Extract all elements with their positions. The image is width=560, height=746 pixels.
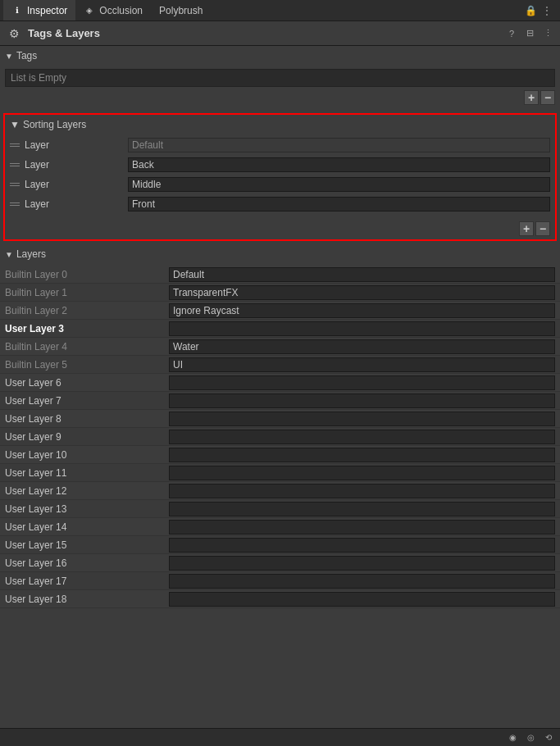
layer-row-15: User Layer 15 <box>0 536 560 554</box>
layer-row-7: User Layer 7 <box>0 392 560 410</box>
layers-content: Builtin Layer 0DefaultBuiltin Layer 1Tra… <box>0 264 560 610</box>
sorting-layers-arrow-icon: ▼ <box>10 119 20 130</box>
layer-value-15[interactable] <box>169 538 555 553</box>
sorting-layer-label-1: Layer <box>25 159 123 171</box>
header-icons: ? ⊟ ⋮ <box>504 26 555 41</box>
layer-value-8[interactable] <box>169 412 555 426</box>
layer-name-5: Builtin Layer 5 <box>5 359 169 371</box>
layer-value-17[interactable] <box>169 574 555 589</box>
layer-row-10: User Layer 10 <box>0 446 560 464</box>
tab-bar-right: 🔒 ⋮ <box>524 4 557 17</box>
sorting-layer-row-3: Layer <box>10 195 550 213</box>
gear-icon: ⚙ <box>5 25 23 43</box>
layer-name-17: User Layer 17 <box>5 575 169 587</box>
layer-name-7: User Layer 7 <box>5 395 169 407</box>
layer-name-0: Builtin Layer 0 <box>5 269 169 280</box>
layer-value-12[interactable] <box>169 484 555 498</box>
sorting-layer-input-1[interactable] <box>128 157 550 172</box>
layer-value-0: Default <box>169 267 555 282</box>
drag-handle-3[interactable] <box>10 202 20 206</box>
bottom-icon-3[interactable]: ⟲ <box>542 731 555 744</box>
layer-value-16[interactable] <box>169 556 555 571</box>
layer-value-11[interactable] <box>169 466 555 480</box>
layer-row-5: Builtin Layer 5UI <box>0 356 560 374</box>
tab-bar: ℹ Inspector ◈ Occlusion Polybrush 🔒 ⋮ <box>0 0 560 21</box>
tags-section-header[interactable]: ▼ Tags <box>0 46 560 66</box>
sorting-layers-header[interactable]: ▼ Sorting Layers <box>5 115 555 134</box>
layer-value-14[interactable] <box>169 520 555 534</box>
layer-value-9[interactable] <box>169 430 555 444</box>
tags-add-button[interactable]: + <box>524 90 539 105</box>
tab-inspector[interactable]: ℹ Inspector <box>3 0 75 20</box>
sorting-layer-value-0: Default <box>128 138 550 152</box>
layer-value-10[interactable] <box>169 448 555 462</box>
occlusion-icon: ◈ <box>84 5 95 16</box>
drag-handle-0[interactable] <box>10 143 20 147</box>
layer-name-9: User Layer 9 <box>5 431 169 443</box>
layer-row-6: User Layer 6 <box>0 374 560 392</box>
layer-value-1: TransparentFX <box>169 285 555 300</box>
layer-name-1: Builtin Layer 1 <box>5 287 169 298</box>
layer-row-13: User Layer 13 <box>0 500 560 518</box>
layer-row-14: User Layer 14 <box>0 518 560 536</box>
tags-content: List is Empty + − <box>0 66 560 110</box>
sorting-layers-add-button[interactable]: + <box>519 221 534 236</box>
tags-remove-button[interactable]: − <box>540 90 555 105</box>
layers-section-label: Layers <box>16 248 46 260</box>
tab-menu-icon[interactable]: ⋮ <box>540 4 553 17</box>
layer-row-11: User Layer 11 <box>0 464 560 482</box>
bottom-icon-1[interactable]: ◉ <box>506 731 519 744</box>
tab-polybrush-label: Polybrush <box>159 5 203 16</box>
layer-name-16: User Layer 16 <box>5 557 169 569</box>
layer-value-2: Ignore Raycast <box>169 303 555 318</box>
sorting-layers-label: Sorting Layers <box>23 119 86 130</box>
layer-row-4: Builtin Layer 4Water <box>0 338 560 356</box>
layer-name-18: User Layer 18 <box>5 594 169 605</box>
sorting-layers-container: ▼ Sorting Layers Layer Default Layer <box>3 113 557 241</box>
tab-occlusion[interactable]: ◈ Occlusion <box>75 0 151 20</box>
layout-icon[interactable]: ⊟ <box>522 26 537 41</box>
sorting-layer-label-3: Layer <box>25 198 123 210</box>
panel-menu-icon[interactable]: ⋮ <box>540 26 555 41</box>
tags-section: ▼ Tags List is Empty + − <box>0 46 560 110</box>
layer-row-18: User Layer 18 <box>0 590 560 608</box>
layer-row-2: Builtin Layer 2Ignore Raycast <box>0 302 560 320</box>
panel-title: Tags & Layers <box>28 27 504 39</box>
layer-value-18[interactable] <box>169 592 555 607</box>
layer-value-13[interactable] <box>169 502 555 516</box>
sorting-layers-remove-button[interactable]: − <box>535 221 550 236</box>
layer-name-13: User Layer 13 <box>5 503 169 515</box>
sorting-layer-row-2: Layer <box>10 175 550 193</box>
layer-name-4: Builtin Layer 4 <box>5 341 169 353</box>
layers-section-header[interactable]: ▼ Layers <box>0 244 560 264</box>
layer-row-17: User Layer 17 <box>0 572 560 590</box>
lock-icon[interactable]: 🔒 <box>524 4 537 17</box>
layer-name-8: User Layer 8 <box>5 413 169 425</box>
sorting-layer-label-0: Layer <box>25 139 123 151</box>
sorting-layer-row-1: Layer <box>10 156 550 174</box>
bottom-toolbar: ◉ ◎ ⟲ <box>0 728 560 746</box>
drag-handle-1[interactable] <box>10 163 20 166</box>
layer-row-0: Builtin Layer 0Default <box>0 266 560 284</box>
sorting-layer-input-3[interactable] <box>128 197 550 212</box>
help-icon[interactable]: ? <box>504 26 519 41</box>
drag-handle-2[interactable] <box>10 183 20 186</box>
tags-empty-list: List is Empty <box>5 69 555 87</box>
layer-value-3[interactable] <box>169 321 555 336</box>
sorting-layer-row-0: Layer Default <box>10 136 550 154</box>
sorting-layer-input-2[interactable] <box>128 177 550 192</box>
layer-value-6[interactable] <box>169 375 555 390</box>
bottom-icon-2[interactable]: ◎ <box>524 731 537 744</box>
layer-name-2: Builtin Layer 2 <box>5 305 169 316</box>
tab-polybrush[interactable]: Polybrush <box>151 0 211 20</box>
layers-arrow-icon: ▼ <box>5 250 13 259</box>
layer-name-15: User Layer 15 <box>5 539 169 551</box>
layer-name-6: User Layer 6 <box>5 377 169 389</box>
sorting-layers-content: Layer Default Layer Layer <box>5 134 555 216</box>
layer-value-7[interactable] <box>169 393 555 408</box>
tab-occlusion-label: Occlusion <box>99 5 143 16</box>
tags-arrow-icon: ▼ <box>5 52 13 61</box>
layer-value-5: UI <box>169 357 555 372</box>
tags-controls: + − <box>5 90 555 105</box>
sorting-layers-controls: + − <box>5 220 555 239</box>
